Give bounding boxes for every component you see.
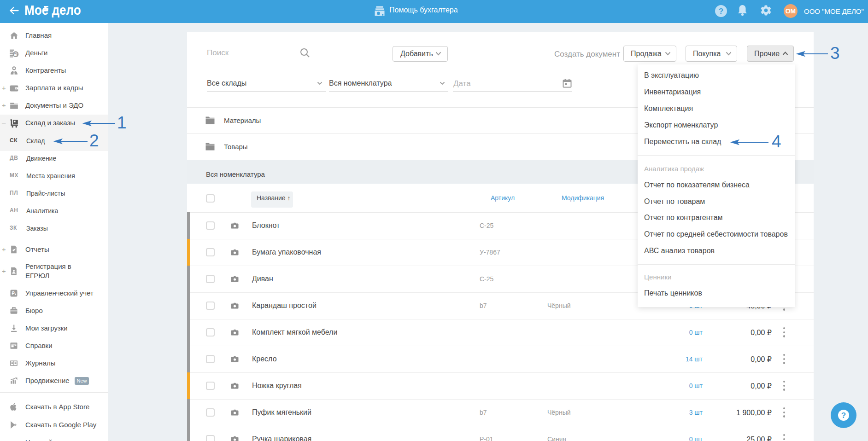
svg-text:₽: ₽ — [12, 291, 15, 296]
svg-text:₽: ₽ — [14, 52, 18, 57]
svg-text:?: ? — [719, 7, 723, 16]
